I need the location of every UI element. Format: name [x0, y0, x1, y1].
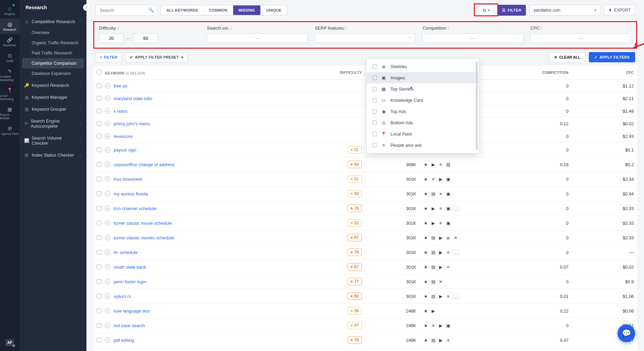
rail-local[interactable]: Local Marketing: [0, 84, 19, 103]
row-checkbox[interactable]: [97, 177, 101, 181]
keyword-link[interactable]: penn foster login: [114, 279, 146, 284]
expand-icon[interactable]: +: [105, 121, 110, 126]
row-checkbox[interactable]: [97, 235, 101, 240]
tab-common[interactable]: COMMON: [204, 5, 233, 15]
keyword-link[interactable]: free po: [114, 83, 127, 89]
dropdown-checkbox[interactable]: [372, 121, 377, 125]
row-checkbox[interactable]: [97, 206, 101, 211]
nav-competitive-research[interactable]: ◇Competitive Research⌃: [19, 16, 86, 28]
apply-preset-button[interactable]: ✔APPLY FILTER PRESET▾: [125, 52, 188, 62]
row-checkbox[interactable]: [97, 265, 101, 269]
row-checkbox[interactable]: [97, 338, 101, 342]
keyword-link[interactable]: optum rx: [114, 294, 131, 299]
dropdown-checkbox[interactable]: [372, 98, 377, 102]
nav-search-volume[interactable]: 📊Search Volume Checker⌄: [19, 132, 86, 149]
row-checkbox[interactable]: [97, 96, 101, 101]
nav-index-status[interactable]: @Index Status Checker⌄: [19, 149, 86, 161]
row-checkbox[interactable]: [97, 308, 101, 313]
row-checkbox[interactable]: [97, 162, 101, 167]
tab-missing[interactable]: MISSING: [233, 5, 261, 15]
nav-paid-traffic[interactable]: Paid Traffic Research: [19, 48, 86, 58]
keyword-link[interactable]: lirr schedule: [114, 250, 138, 255]
rail-report[interactable]: Report Builder: [0, 103, 19, 123]
cpc-input[interactable]: —: [530, 33, 631, 43]
nav-keyword-grouper[interactable]: ▥Keyword Grouper⌄: [19, 103, 86, 115]
rail-research[interactable]: Research: [0, 18, 19, 34]
keyword-link[interactable]: my access florida: [114, 191, 148, 196]
info-icon[interactable]: i: [346, 26, 347, 30]
nav-organic-traffic[interactable]: Organic Traffic Research: [19, 38, 86, 48]
dropdown-item[interactable]: ◎Bottom Ads: [367, 117, 479, 128]
row-checkbox[interactable]: [97, 323, 101, 328]
sidebar-collapse[interactable]: ‹: [83, 4, 90, 11]
th-cpc[interactable]: CPC: [572, 66, 637, 80]
row-checkbox[interactable]: [97, 109, 101, 113]
nav-overview[interactable]: Overview: [19, 28, 86, 38]
expand-icon[interactable]: +: [105, 191, 110, 196]
dropdown-item[interactable]: ≡People also ask: [367, 140, 479, 151]
rail-content[interactable]: Content Marketing: [0, 65, 19, 84]
keyword-link[interactable]: ihss timesheet: [114, 177, 142, 182]
serp-select[interactable]: ⌃: [315, 33, 416, 43]
keyword-link[interactable]: paycor sign: [114, 147, 136, 153]
keyword-link[interactable]: x vidos: [114, 109, 127, 114]
row-checkbox[interactable]: [97, 294, 101, 299]
expand-icon[interactable]: +: [105, 176, 110, 182]
expand-icon[interactable]: +: [105, 308, 110, 314]
rail-avatar[interactable]: AP: [5, 339, 14, 346]
row-checkbox[interactable]: [97, 221, 101, 225]
add-filter-button[interactable]: +FILTER: [95, 52, 122, 62]
dropdown-item[interactable]: ▭Knowledge Card: [367, 95, 479, 106]
keyword-link[interactable]: south state bank: [114, 265, 146, 270]
clear-all-button[interactable]: ✕CLEAR ALL: [549, 52, 585, 62]
export-button[interactable]: ⬆EXPORT: [604, 5, 635, 16]
dropdown-item[interactable]: ▣Images: [367, 72, 479, 83]
filter-toggle-button[interactable]: ☰FILTER: [498, 5, 526, 16]
expand-icon[interactable]: +: [105, 133, 110, 139]
th-competition[interactable]: COMPETITION: [506, 66, 572, 80]
expand-icon[interactable]: +: [105, 323, 110, 328]
rail-backlinks[interactable]: Backlinks: [0, 34, 19, 50]
apply-filters-button[interactable]: ✓APPLY FILTERS: [589, 52, 635, 62]
th-keyword[interactable]: KEYWORD (1,561,524): [93, 66, 322, 80]
dropdown-checkbox[interactable]: [372, 76, 377, 80]
expand-icon[interactable]: +: [105, 250, 110, 255]
dropdown-item[interactable]: ≣Sitelinks: [367, 61, 479, 72]
difficulty-to-input[interactable]: [133, 33, 158, 43]
expand-icon[interactable]: +: [105, 279, 110, 284]
expand-icon[interactable]: +: [105, 83, 110, 89]
dropdown-item[interactable]: ▦Top Stories: [367, 83, 479, 95]
keyword-link[interactable]: turner classic movies schedule: [114, 235, 174, 240]
row-checkbox[interactable]: [97, 83, 101, 88]
search-input[interactable]: [95, 5, 157, 16]
keyword-link[interactable]: pdf editing: [114, 338, 134, 343]
row-checkbox[interactable]: [97, 134, 101, 139]
expand-icon[interactable]: +: [105, 162, 110, 167]
select-all-checkbox[interactable]: [97, 70, 101, 75]
keyword-link[interactable]: jimmy john's menu: [114, 121, 150, 126]
row-checkbox[interactable]: [97, 279, 101, 284]
expand-icon[interactable]: +: [105, 206, 110, 211]
expand-icon[interactable]: +: [105, 96, 110, 101]
row-checkbox[interactable]: [97, 250, 101, 255]
keyword-link[interactable]: love language test: [114, 308, 150, 314]
dropdown-checkbox[interactable]: [372, 64, 377, 69]
expand-icon[interactable]: +: [105, 293, 110, 299]
row-checkbox[interactable]: [97, 121, 101, 126]
nav-autocomplete[interactable]: ⟳Search Engine Autocomplete⌄: [19, 115, 86, 132]
keyword-link[interactable]: tcm channel schedule: [114, 206, 157, 211]
domain-select[interactable]: pandadoc.com▾: [529, 5, 601, 16]
expand-icon[interactable]: +: [105, 235, 110, 240]
keyword-link[interactable]: maryland state lotto: [114, 96, 152, 101]
dropdown-checkbox[interactable]: [372, 109, 377, 114]
search-vol-input[interactable]: —: [207, 33, 308, 43]
rail-agency[interactable]: Agency Pack: [0, 123, 19, 138]
dropdown-checkbox[interactable]: [372, 87, 377, 91]
tab-all-keywords[interactable]: ALL KEYWORDS: [161, 5, 204, 15]
row-checkbox[interactable]: [97, 191, 101, 196]
keyword-link[interactable]: md case search: [114, 323, 145, 328]
tab-unique[interactable]: UNIQUE: [261, 5, 287, 15]
info-icon[interactable]: i: [448, 26, 449, 30]
info-icon[interactable]: i: [231, 26, 231, 30]
expand-icon[interactable]: +: [105, 337, 110, 343]
